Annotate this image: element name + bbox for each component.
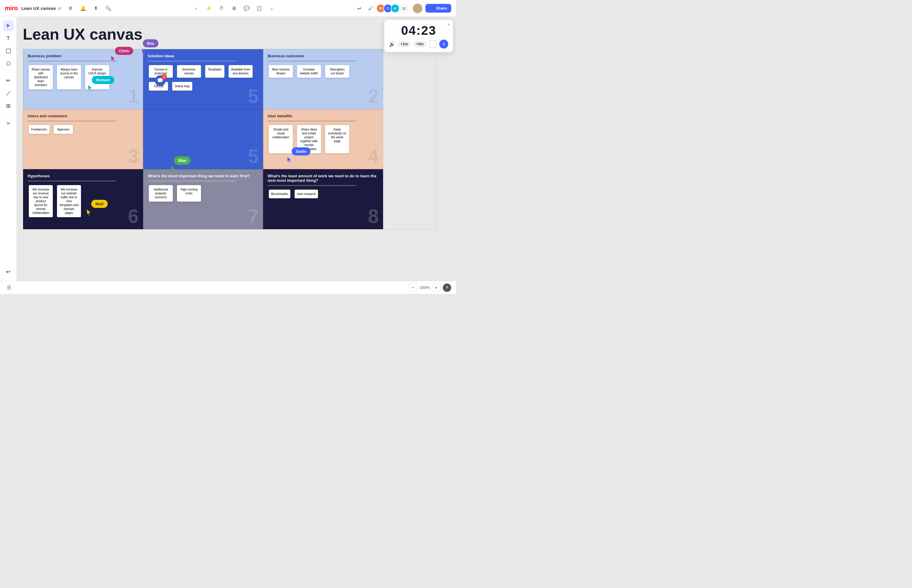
notes-icon[interactable]: 📋 <box>254 3 264 13</box>
frame-tool[interactable]: ⊞ <box>3 100 14 111</box>
note-high-costs[interactable]: High running costs <box>177 185 201 202</box>
timer-pause-button[interactable]: ⏸ <box>439 40 448 48</box>
avatar-group: B C H 12 <box>378 4 408 13</box>
note-templates[interactable]: Templates <box>205 65 224 78</box>
cell-business-outcomes: Business outcomes New revenue stream Inc… <box>263 49 383 109</box>
lightning-icon[interactable]: ⚡ <box>204 3 214 13</box>
divider-2 <box>3 114 13 115</box>
note-ip[interactable]: Intellectual property concerns <box>149 185 173 202</box>
timer-stop-button[interactable] <box>429 40 437 48</box>
note-website-traffic[interactable]: Increase website traffic <box>297 65 321 78</box>
settings-icon[interactable]: ⚙ <box>66 4 75 13</box>
undo-tool[interactable]: ↩ <box>3 267 14 277</box>
timer-close-button[interactable]: × <box>447 22 450 27</box>
cursor-label-chris: Chris <box>115 47 133 55</box>
timer-add-1m-button[interactable]: +1m <box>397 41 411 47</box>
notes-row-8: Benchmarks User research <box>268 188 379 199</box>
note-brand[interactable]: Strengthen our brand <box>325 65 349 78</box>
cell-most-important: What's the most important thing we need … <box>143 169 263 229</box>
note-simple-visual[interactable]: Simple and visual collaboration <box>269 125 293 153</box>
cursor-label-mae: Mae <box>174 156 190 165</box>
sidebar-toggle[interactable]: ☰ <box>5 283 13 292</box>
cell-label-user-benefits: User benefits <box>268 114 379 118</box>
line-bar-2 <box>268 61 357 61</box>
more-tools[interactable]: » <box>3 118 14 128</box>
note-access[interactable]: Always have access to the canvas <box>57 65 81 89</box>
bottombar: ☰ − 100% + ? <box>0 281 456 294</box>
timer-volume-icon[interactable]: 🔊 <box>389 41 395 47</box>
chat-bubble[interactable]: 2 <box>155 75 166 86</box>
shapes-tool[interactable] <box>3 58 14 69</box>
marker-icon[interactable]: 🖊 <box>366 4 375 13</box>
notes-row-3: Freelancers Agencies <box>27 124 139 135</box>
more-icon[interactable]: ⌄ <box>267 3 277 13</box>
avatar-main <box>413 3 422 13</box>
cell-number-3: 3 <box>128 147 139 166</box>
pen-tool[interactable]: ✏ <box>3 75 14 86</box>
sticky-tool[interactable] <box>3 45 14 57</box>
zoom-controls: − 100% + ? <box>409 283 451 292</box>
line-bar-7 <box>148 181 236 181</box>
notes-row-6: We increase our revenue due to new produ… <box>27 184 139 218</box>
zoom-level: 100% <box>420 285 429 290</box>
cursor-label-matt: Matt <box>91 200 108 208</box>
text-tool[interactable]: T <box>3 33 14 44</box>
cell-number-8: 8 <box>368 207 379 226</box>
zoom-out-button[interactable]: − <box>409 283 417 292</box>
line-tool[interactable] <box>3 88 14 99</box>
line-bar-1 <box>27 61 116 61</box>
note-online-help[interactable]: Online help <box>172 82 192 90</box>
canvas: Lean UX canvas Bea Chris Hisham Mae Matt <box>17 17 456 281</box>
topbar-center: ‹ ⚡ ⏱ 🖥 💬 📋 ⌄ <box>113 3 355 13</box>
cell-least-work: What's the least amount of work we need … <box>263 169 383 229</box>
note-user-research[interactable]: User research <box>295 190 318 198</box>
chat-badge: 2 <box>161 74 167 79</box>
svg-point-1 <box>6 62 10 65</box>
note-everybody[interactable]: Keep everybody on the same page <box>325 125 349 153</box>
topbar-icons: ⚙ 🔔 ⬆ 🔍 <box>66 4 113 13</box>
canvas-inner: Lean UX canvas Bea Chris Hisham Mae Matt <box>23 26 437 229</box>
note-agencies[interactable]: Agencies <box>54 125 73 134</box>
back-icon[interactable]: ‹ <box>191 3 201 13</box>
star-icon[interactable]: ☆ <box>58 6 61 11</box>
line-bar-8 <box>268 185 357 186</box>
cell-number-7: 7 <box>248 207 258 226</box>
cell-label-hypotheses: Hypotheses <box>27 174 139 178</box>
pause-icon: ⏸ <box>442 42 446 46</box>
miro-logo: miro <box>5 5 18 12</box>
present-icon[interactable]: 💬 <box>242 3 252 13</box>
cursor-label-bea: Bea <box>143 39 158 47</box>
help-button[interactable]: ? <box>443 283 451 292</box>
screen-icon[interactable]: 🖥 <box>229 3 239 13</box>
timer-add-5m-button[interactable]: +5m <box>413 41 426 47</box>
note-traffic-increase[interactable]: We increase our website traffic due to n… <box>57 185 81 217</box>
note-revenue-increase[interactable]: We increase our revenue due to new produ… <box>29 185 53 217</box>
cell-number-5b: 5 <box>248 147 258 166</box>
cell-number-1: 1 <box>128 87 139 106</box>
share-button[interactable]: 👤 Share <box>425 4 451 13</box>
cursor-label-hisham: Hisham <box>92 76 114 84</box>
cell-solution-ideas-cont: 5 <box>143 109 263 169</box>
cell-number-2: 2 <box>368 87 379 106</box>
cursor-tool[interactable] <box>3 20 14 31</box>
zoom-in-button[interactable]: + <box>432 283 441 292</box>
svg-rect-0 <box>6 49 11 53</box>
note-available-devices[interactable]: Available from any devices <box>229 65 253 78</box>
filter-icon[interactable]: ⇌ <box>355 4 363 13</box>
note-electronic-canvas[interactable]: Electronic canvas <box>177 65 201 78</box>
export-icon[interactable]: ⬆ <box>92 4 100 13</box>
doc-title: Lean UX canvas ☆ <box>21 6 61 11</box>
notes-row-2: New revenue stream Increase website traf… <box>268 64 379 79</box>
timer-icon[interactable]: ⏱ <box>216 3 226 13</box>
search-icon[interactable]: 🔍 <box>104 4 113 13</box>
note-revenue[interactable]: New revenue stream <box>269 65 293 78</box>
note-benchmarks[interactable]: Benchmarks <box>269 190 291 198</box>
cell-users-customers: Users and customers Freelancers Agencies… <box>23 109 143 169</box>
cell-number-5: 5 <box>248 87 258 106</box>
notes-row-7: Intellectual property concerns High runn… <box>148 184 258 203</box>
note-share-canvas[interactable]: Share canvas with distributed team membe… <box>29 65 53 89</box>
cell-label-least-work: What's the least amount of work we need … <box>268 174 379 183</box>
notifications-icon[interactable]: 🔔 <box>79 4 87 13</box>
topbar: miro Lean UX canvas ☆ ⚙ 🔔 ⬆ 🔍 ‹ ⚡ ⏱ 🖥 💬 … <box>0 0 456 17</box>
note-freelancers[interactable]: Freelancers <box>29 125 50 134</box>
